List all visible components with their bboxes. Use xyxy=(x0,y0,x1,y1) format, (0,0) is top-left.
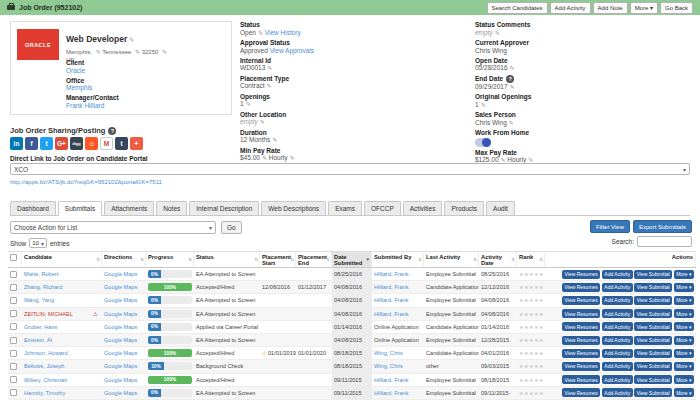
view-submittal-button[interactable]: View Submittal xyxy=(634,322,672,331)
more-button[interactable]: More ▾ xyxy=(674,283,694,292)
more-button[interactable]: More ▾ xyxy=(674,388,694,397)
tab-ofccp[interactable]: OFCCP xyxy=(364,201,401,215)
edit-icon[interactable]: ✎ xyxy=(481,102,486,108)
view-resumes-button[interactable]: View Resumes xyxy=(562,283,600,292)
linkedin-icon[interactable]: in xyxy=(10,137,23,150)
tab-audit[interactable]: Audit xyxy=(486,201,515,215)
more-button[interactable]: More ▾ xyxy=(674,296,694,305)
client-link[interactable]: Oracle xyxy=(66,67,85,74)
go-button[interactable]: Go xyxy=(221,221,242,234)
rank-stars[interactable]: ★★★★★ xyxy=(519,350,544,356)
candidate-link[interactable]: Bellows, Joseph xyxy=(24,363,64,369)
edit-icon[interactable]: ✎ xyxy=(129,37,134,43)
tab-internal-description[interactable]: Internal Description xyxy=(189,201,259,215)
edit-icon[interactable]: ✎ xyxy=(267,83,272,89)
view-resumes-button[interactable]: View Resumes xyxy=(562,336,600,345)
view-resumes-button[interactable]: View Resumes xyxy=(562,388,600,397)
view-resumes-button[interactable]: View Resumes xyxy=(562,349,600,358)
rank-stars[interactable]: ★★★★★ xyxy=(519,311,544,317)
google-maps-link[interactable]: Google Maps xyxy=(104,311,137,317)
column-header-placement_end[interactable]: Placement End⇅ xyxy=(296,252,332,267)
add-activity-button[interactable]: Add Activity xyxy=(602,296,633,305)
add-activity-button[interactable]: Add Activity xyxy=(602,388,633,397)
more-button[interactable]: More ▾ xyxy=(674,270,694,279)
twitter-icon[interactable]: t xyxy=(40,137,53,150)
view-submittal-button[interactable]: View Submittal xyxy=(634,349,672,358)
rank-stars[interactable]: ★★★★★ xyxy=(519,377,544,383)
tab-exams[interactable]: Exams xyxy=(328,201,362,215)
tab-notes[interactable]: Notes xyxy=(156,201,187,215)
add-activity-button[interactable]: Add Activity xyxy=(602,362,633,371)
edit-icon[interactable]: ✎ xyxy=(495,30,500,36)
select-all-checkbox[interactable] xyxy=(10,254,17,261)
google-maps-link[interactable]: Google Maps xyxy=(104,363,137,369)
candidate-link[interactable]: Zhang, Richard xyxy=(24,284,62,290)
row-checkbox[interactable] xyxy=(10,284,17,291)
more-button[interactable]: More ▾ xyxy=(674,349,694,358)
add-activity-button[interactable]: Add Activity xyxy=(602,349,633,358)
row-checkbox[interactable] xyxy=(10,271,17,278)
row-checkbox[interactable] xyxy=(10,337,17,344)
view-submittal-button[interactable]: View Submittal xyxy=(634,296,672,305)
row-checkbox[interactable] xyxy=(10,350,17,357)
edit-icon[interactable]: ✎ xyxy=(510,65,515,71)
gmail-icon[interactable]: M xyxy=(100,137,113,150)
google-maps-link[interactable]: Google Maps xyxy=(104,337,137,343)
view-history-link[interactable]: View History xyxy=(265,29,301,36)
column-header-progress[interactable]: Progress⇅ xyxy=(146,252,194,267)
column-header-candidate[interactable]: Candidate⇅ xyxy=(22,252,102,267)
row-checkbox[interactable] xyxy=(10,310,17,317)
add-activity-button[interactable]: Add Activity xyxy=(602,283,633,292)
tab-submittals[interactable]: Submittals xyxy=(58,201,102,216)
edit-icon[interactable]: ✎ xyxy=(262,155,267,161)
digg-icon[interactable]: digg xyxy=(70,137,83,150)
google-maps-link[interactable]: Google Maps xyxy=(104,324,137,330)
tab-products[interactable]: Products xyxy=(444,201,484,215)
google-maps-link[interactable]: Google Maps xyxy=(104,350,137,356)
google-maps-link[interactable]: Google Maps xyxy=(104,377,137,383)
rank-stars[interactable]: ★★★★★ xyxy=(519,337,544,343)
candidate-link[interactable]: Wang, Yang xyxy=(24,297,54,303)
more-button[interactable]: More ▾ xyxy=(674,309,694,318)
tab-dashboard[interactable]: Dashboard xyxy=(10,201,56,215)
sort-icon[interactable]: ⇅ xyxy=(188,257,192,262)
edit-icon[interactable]: ✎ xyxy=(290,155,295,161)
more-button[interactable]: More ▾ xyxy=(674,322,694,331)
view-submittal-button[interactable]: View Submittal xyxy=(634,388,672,397)
view-resumes-button[interactable]: View Resumes xyxy=(562,309,600,318)
submitted-by-link[interactable]: Hilliard, Frank xyxy=(374,297,409,303)
manager-contact-link[interactable]: Frank Hilliard xyxy=(66,102,104,109)
entries-count-select[interactable]: 10▾ xyxy=(29,238,47,248)
candidate-link[interactable]: Einstein, Al xyxy=(24,337,52,343)
more-button[interactable]: More ▾ xyxy=(674,375,694,384)
sort-icon[interactable]: ⇅ xyxy=(511,257,515,262)
row-checkbox[interactable] xyxy=(10,389,17,396)
sort-icon[interactable]: ⇅ xyxy=(326,257,330,262)
help-icon[interactable]: ? xyxy=(506,75,514,83)
candidate-link[interactable]: Wilsey, Chrisman xyxy=(24,377,67,383)
row-checkbox[interactable] xyxy=(10,363,17,370)
add-activity-button[interactable]: Add Activity xyxy=(602,375,633,384)
column-header-status[interactable]: Status⇅ xyxy=(194,252,260,267)
submitted-by-link[interactable]: Wing, Chris xyxy=(374,363,403,369)
more-button[interactable]: More ▾ xyxy=(630,2,658,14)
edit-icon[interactable]: ✎ xyxy=(267,65,272,71)
edit-icon[interactable]: ✎ xyxy=(135,49,140,55)
more-button[interactable]: More ▾ xyxy=(674,362,694,371)
export-submittals-button[interactable]: Export Submittals xyxy=(633,220,692,233)
rank-stars[interactable]: ★★★★★ xyxy=(519,271,544,277)
google-plus-icon[interactable]: G+ xyxy=(55,137,68,150)
edit-icon[interactable]: ✎ xyxy=(260,119,265,125)
add-activity-button[interactable]: Add Activity xyxy=(602,322,633,331)
submitted-by-link[interactable]: Wing, Chris xyxy=(374,350,403,356)
view-resumes-button[interactable]: View Resumes xyxy=(562,362,600,371)
add-activity-button[interactable]: Add Activity xyxy=(602,270,633,279)
google-maps-link[interactable]: Google Maps xyxy=(104,390,137,396)
sort-icon[interactable]: ⇅ xyxy=(290,257,294,262)
google-maps-link[interactable]: Google Maps xyxy=(104,297,137,303)
google-maps-link[interactable]: Google Maps xyxy=(104,271,137,277)
row-checkbox[interactable] xyxy=(10,297,17,304)
add-note-button[interactable]: Add Note xyxy=(593,2,628,14)
row-checkbox[interactable] xyxy=(10,376,17,383)
edit-icon[interactable]: ✎ xyxy=(510,84,515,90)
